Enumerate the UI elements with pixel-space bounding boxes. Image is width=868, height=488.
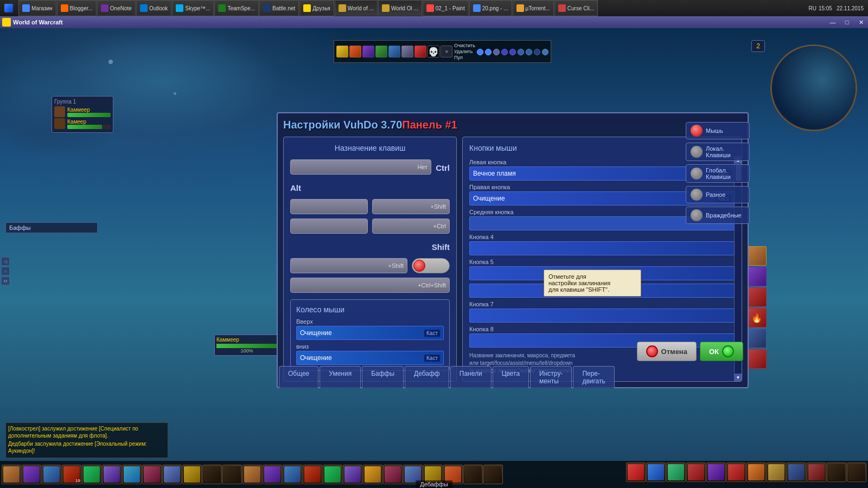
- misc-icon: [691, 189, 703, 201]
- taskbar-item-onenote[interactable]: OneNote: [97, 0, 136, 16]
- right-side-panel: Мышь Локал. Клавиши Глобал. Клавиши Разн…: [682, 119, 753, 227]
- tab-colors[interactable]: Цвета: [493, 366, 529, 388]
- paint-icon: [426, 4, 434, 12]
- global-keys-button[interactable]: Глобал. Клавиши: [686, 164, 750, 183]
- friends-icon: [303, 4, 311, 12]
- clock-date: 22.11.2015: [837, 5, 864, 11]
- scroll-down-slot[interactable]: Очищение Каст: [296, 351, 444, 365]
- keybind-slot-shift2[interactable]: +Shift: [290, 258, 407, 273]
- tab-general[interactable]: Общее: [279, 366, 318, 388]
- mouse-btn-icon: [691, 125, 703, 137]
- ctrl-label: Ctrl: [436, 163, 450, 172]
- bubble2: [174, 92, 176, 95]
- taskbar-item-curse[interactable]: Curse Cli...: [554, 0, 598, 16]
- windows-icon: [4, 4, 13, 12]
- start-button[interactable]: [0, 0, 17, 16]
- taskbar-item-skype[interactable]: Skype™...: [172, 0, 214, 16]
- mouse-btn4-label: Кнопка 4: [469, 234, 735, 240]
- utorrent-icon: [516, 4, 524, 12]
- shift-toggle[interactable]: [412, 258, 450, 273]
- keybind-row-ctrl-slots: +Ctrl: [290, 219, 450, 234]
- keybind-row-none: Нет Ctrl: [290, 159, 450, 175]
- mouse-btn8-label: Кнопка 8: [469, 326, 735, 332]
- skype-icon: [176, 4, 183, 12]
- taskbar-item-wow1[interactable]: World of ...: [335, 0, 378, 16]
- hostile-button[interactable]: Враждебные: [686, 207, 750, 224]
- close-button[interactable]: ✕: [854, 16, 868, 28]
- keybind-row-alt: Alt: [290, 179, 450, 195]
- mouse-btn4-row: Кнопка 4: [469, 234, 735, 255]
- keybind-slot-shift[interactable]: +Shift: [372, 199, 450, 214]
- scroll-panel: Колесо мыши Вверх Очищение Каст вниз Очи…: [290, 299, 450, 371]
- keybind-row-ctrlshift-slot: +Ctrl+Shift: [290, 278, 450, 293]
- misc-button[interactable]: Разное: [686, 186, 750, 203]
- scroll-down-label: вниз: [296, 343, 444, 350]
- settings-dialog: Настройки VuhDo 3.70Панель #1 Назначение…: [277, 112, 749, 388]
- local-keys-button[interactable]: Локал. Клавиши: [686, 143, 750, 161]
- taskbar-item-friends[interactable]: Друзья: [299, 0, 334, 16]
- global-keys-icon: [691, 168, 703, 179]
- tab-tools[interactable]: Инстру- менты: [530, 366, 572, 388]
- outlook-icon: [140, 4, 148, 12]
- keybind-row-alt-slots: +Shift: [290, 199, 450, 214]
- scroll-up-label: Вверх: [296, 318, 444, 325]
- taskbar-item-wow2[interactable]: World Ol ...: [378, 0, 422, 16]
- taskbar-item-outlook[interactable]: Outlook: [136, 0, 171, 16]
- alt-label: Alt: [290, 183, 301, 192]
- keybind-slot-ctrlshift2[interactable]: +Ctrl+Shift: [290, 278, 450, 293]
- cancel-button[interactable]: Отмена: [637, 342, 697, 361]
- taskbar-item-store[interactable]: Магазин: [18, 0, 56, 16]
- settings-title-prefix: Настройки VuhDo 3.70: [283, 119, 402, 131]
- cancel-icon: [646, 345, 658, 357]
- taskbar-item-battlenet[interactable]: Battle.net: [259, 0, 299, 16]
- titlebar-controls: — □ ✕: [826, 16, 868, 28]
- mouse-btn7-slot[interactable]: [469, 309, 735, 323]
- mouse-btn4-slot[interactable]: [469, 241, 735, 255]
- ok-button[interactable]: ОК: [700, 342, 743, 361]
- minimize-button[interactable]: —: [826, 16, 840, 28]
- shift-tooltip: Отметьте длянастройки заклинаниядля клав…: [544, 269, 641, 297]
- scroll-up-slot[interactable]: Очищение Каст: [296, 326, 444, 340]
- local-keys-icon: [691, 146, 703, 158]
- wow-titlebar-icon: [2, 18, 11, 27]
- taskbar-item-teamspeak[interactable]: TeamSpe...: [214, 0, 259, 16]
- onenote-icon: [101, 4, 108, 12]
- tab-panels[interactable]: Панели: [450, 366, 492, 388]
- wow-titlebar: World of Warcraft — □ ✕: [0, 16, 868, 28]
- maximize-button[interactable]: □: [840, 16, 854, 28]
- keybind-slot-ctrlshift[interactable]: +Ctrl: [372, 219, 450, 234]
- mouse-btn7-label: Кнопка 7: [469, 301, 735, 307]
- blogger-icon: [61, 4, 68, 12]
- wow-window: World of Warcraft — □ ✕ 💀: [0, 16, 868, 488]
- teamspeak-icon: [218, 4, 226, 12]
- wow-titlebar-title: World of Warcraft: [13, 19, 826, 25]
- action-buttons: Отмена ОК: [633, 337, 748, 365]
- keybind-slot-alt[interactable]: [290, 199, 368, 214]
- settings-title-panel: Панель #1: [402, 119, 457, 131]
- shift-label: Shift: [432, 242, 450, 252]
- battlenet-icon: [263, 4, 271, 12]
- tab-skills[interactable]: Умения: [320, 366, 361, 388]
- tab-debuff[interactable]: Дебафф: [405, 366, 449, 388]
- tab-move[interactable]: Пере- двигать: [573, 366, 614, 388]
- tab-buffs[interactable]: Баффы: [362, 366, 404, 388]
- keybind-row-shift-slot: +Shift: [290, 258, 450, 273]
- mouse-config-button[interactable]: Мышь: [686, 122, 750, 139]
- wow-icon2: [382, 4, 390, 12]
- taskbar-item-paint[interactable]: 02_1 - Paint: [423, 0, 469, 16]
- taskbar-items: Магазин Blogger... OneNote Outlook Skype…: [18, 0, 803, 16]
- ok-icon: [722, 345, 734, 357]
- mouse-btn5-label: Кнопка 5: [469, 259, 735, 265]
- taskbar-item-blogger[interactable]: Blogger...: [57, 0, 97, 16]
- hostile-icon: [691, 209, 703, 221]
- keybind-slot-ctrl[interactable]: [290, 219, 368, 234]
- mouse-btn7-row: Кнопка 7: [469, 301, 735, 323]
- keybind-slot-none[interactable]: Нет: [290, 159, 431, 175]
- settings-tabs: Общее Умения Баффы Дебафф Панели Цвета И…: [278, 366, 748, 388]
- curse-icon: [558, 4, 566, 12]
- clock-time: 15:05: [819, 5, 832, 11]
- scroll-title: Колесо мыши: [296, 305, 444, 314]
- taskbar-item-png[interactable]: 20.png - ...: [469, 0, 512, 16]
- shift-toggle-knob: [413, 260, 425, 272]
- taskbar-item-utorrent[interactable]: µTorrent...: [513, 0, 554, 16]
